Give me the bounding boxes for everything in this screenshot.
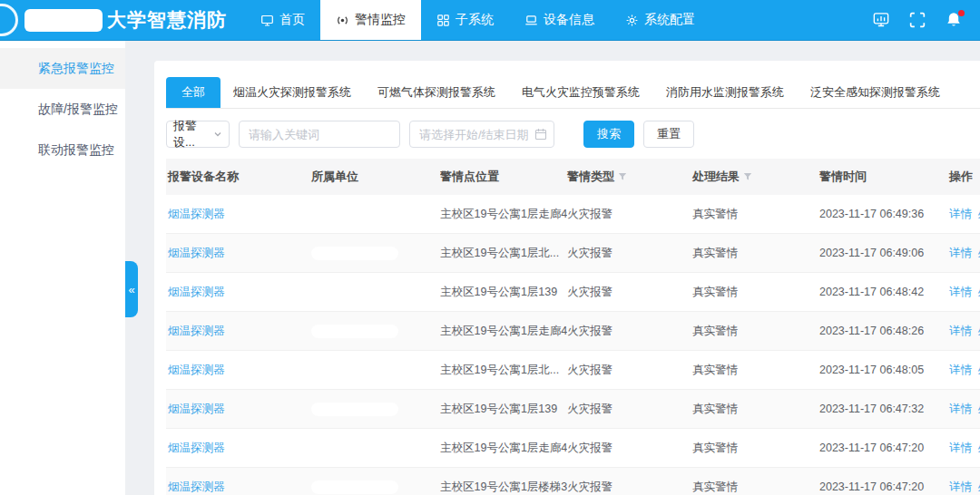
cell-unit [311, 286, 440, 299]
cell-unit [311, 403, 440, 416]
tab-combustible-gas-detection[interactable]: 可燃气体探测报警系统 [377, 77, 495, 108]
cell-location: 主校区19号公寓1层139 [440, 402, 567, 417]
col-unit: 所属单位 [311, 169, 440, 185]
nav-item-label: 警情监控 [355, 12, 406, 28]
detail-link[interactable]: 详情 [949, 363, 972, 378]
cell-actions: 详情处理 [949, 441, 980, 456]
funnel-icon[interactable] [618, 170, 627, 184]
cell-alarm-time: 2023-11-17 06:49:06 [819, 247, 949, 259]
col-actions: 操作 [949, 169, 980, 185]
cell-device-name: 烟温探测器 [166, 324, 311, 339]
cell-alarm-type: 火灾报警 [567, 285, 692, 300]
cell-device-name: 烟温探测器 [166, 363, 311, 378]
cell-location: 主校区19号公寓1层139 [440, 285, 567, 300]
sidebar-item-fault-alarm-monitoring[interactable]: 故障/报警监控 [0, 89, 125, 130]
tab-all[interactable]: 全部 [166, 77, 220, 108]
cell-handle-result: 真实警情 [692, 324, 819, 339]
nav-item-label: 子系统 [456, 12, 494, 28]
app-window: 大学智慧消防 首页警情监控子系统设备信息系统配置 紧急报警监控故障/报警监控联动… [0, 0, 980, 495]
tab-smoke-temp-fire-detection[interactable]: 烟温火灾探测报警系统 [233, 77, 351, 108]
column-label: 操作 [949, 169, 973, 185]
cell-alarm-time: 2023-11-17 06:47:20 [819, 480, 949, 493]
table-row: 烟温探测器主校区19号公寓1层走廊4火灾报警真实警情2023-11-17 06:… [166, 429, 980, 468]
reset-button[interactable]: 重置 [643, 121, 694, 148]
nav-item-alarm-monitoring[interactable]: 警情监控 [320, 0, 421, 40]
alarm-monitor-panel: 全部烟温火灾探测报警系统可燃气体探测报警系统电气火灾监控预警系统消防用水监测报警… [154, 61, 980, 495]
device-name-link[interactable]: 烟温探测器 [168, 403, 225, 415]
calendar-icon [534, 128, 547, 141]
column-label: 所属单位 [311, 169, 358, 185]
detail-link[interactable]: 详情 [949, 285, 972, 300]
nav-item-home[interactable]: 首页 [245, 0, 320, 40]
sidebar-item-linkage-alarm-monitoring[interactable]: 联动报警监控 [0, 130, 125, 170]
main-nav: 首页警情监控子系统设备信息系统配置 [245, 0, 710, 40]
col-handle-result[interactable]: 处理结果 [692, 169, 819, 185]
cell-alarm-time: 2023-11-17 06:48:05 [819, 364, 949, 376]
laptop-icon [524, 14, 538, 27]
tab-pan-safety-perception[interactable]: 泛安全感知探测报警系统 [810, 77, 940, 108]
cell-unit [311, 325, 440, 338]
tab-fire-water-monitoring[interactable]: 消防用水监测报警系统 [666, 77, 784, 108]
university-emblem-icon [0, 4, 18, 36]
cell-location: 主校区19号公寓1层楼梯3 [440, 480, 567, 495]
detail-link[interactable]: 详情 [949, 324, 972, 339]
device-name-link[interactable]: 烟温探测器 [168, 364, 225, 376]
monitor-icon [260, 14, 274, 27]
cell-actions: 详情处理 [949, 324, 980, 339]
cell-unit [311, 208, 440, 221]
cell-handle-result: 真实警情 [692, 285, 819, 300]
keyword-input[interactable] [239, 121, 400, 148]
search-button[interactable]: 搜索 [583, 121, 634, 148]
device-name-link[interactable]: 烟温探测器 [168, 325, 225, 337]
device-name-link[interactable]: 烟温探测器 [168, 442, 225, 454]
col-device-name: 报警设备名称 [166, 169, 311, 185]
device-name-link[interactable]: 烟温探测器 [168, 247, 225, 259]
column-label: 警情时间 [819, 169, 867, 185]
notification-badge [958, 10, 965, 16]
table-row: 烟温探测器主校区19号公寓1层走廊4火灾报警真实警情2023-11-17 06:… [166, 195, 980, 234]
fullscreen-icon[interactable] [909, 12, 926, 28]
table-row: 烟温探测器主校区19号公寓1层楼梯3火灾报警真实警情2023-11-17 06:… [166, 468, 980, 495]
date-range-picker[interactable] [409, 121, 554, 148]
page-body: 紧急报警监控故障/报警监控联动报警监控 « 全部烟温火灾探测报警系统可燃气体探测… [0, 41, 980, 495]
device-name-link[interactable]: 烟温探测器 [168, 208, 225, 220]
gear-icon [625, 14, 639, 27]
sidebar-item-emergency-alarm-monitoring[interactable]: 紧急报警监控 [0, 48, 125, 89]
date-range-input[interactable] [409, 121, 554, 148]
alarm-device-select[interactable]: 报警设... [166, 121, 230, 148]
redaction-blob [311, 442, 398, 455]
funnel-icon[interactable] [743, 170, 752, 184]
detail-link[interactable]: 详情 [949, 480, 972, 495]
select-value: 报警设... [173, 118, 213, 150]
redaction-blob [311, 325, 398, 338]
device-name-link[interactable]: 烟温探测器 [168, 480, 225, 493]
cell-handle-result: 真实警情 [692, 363, 819, 378]
nav-item-system-config[interactable]: 系统配置 [610, 0, 710, 40]
detail-link[interactable]: 详情 [949, 441, 972, 456]
tab-electrical-fire-monitoring[interactable]: 电气火灾监控预警系统 [522, 77, 640, 108]
bell-icon[interactable] [946, 12, 962, 28]
nav-item-device-info[interactable]: 设备信息 [509, 0, 610, 40]
redaction-blob [311, 480, 398, 494]
cell-actions: 详情处理 [949, 402, 980, 417]
cell-alarm-time: 2023-11-17 06:47:32 [819, 403, 949, 415]
detail-link[interactable]: 详情 [949, 207, 972, 222]
cell-device-name: 烟温探测器 [166, 441, 311, 456]
grid-icon [436, 14, 450, 27]
sidebar-collapse-button[interactable]: « [125, 261, 138, 317]
detail-link[interactable]: 详情 [949, 246, 972, 261]
col-alarm-time: 警情时间 [819, 169, 949, 185]
cell-actions: 详情处理 [949, 480, 980, 495]
cell-actions: 详情处理 [949, 363, 980, 378]
cell-location: 主校区19号公寓1层走廊4 [440, 207, 567, 222]
col-alarm-type[interactable]: 警情类型 [567, 169, 692, 185]
chart-icon[interactable] [873, 12, 889, 28]
navbar-toolbar [873, 0, 980, 40]
device-name-link[interactable]: 烟温探测器 [168, 286, 225, 298]
table-row: 烟温探测器主校区19号公寓1层北...火灾报警真实警情2023-11-17 06… [166, 234, 980, 273]
nav-item-subsystem[interactable]: 子系统 [421, 0, 509, 40]
cell-location: 主校区19号公寓1层北... [440, 363, 567, 378]
detail-link[interactable]: 详情 [949, 402, 972, 417]
nav-item-label: 系统配置 [644, 12, 695, 28]
cell-actions: 详情处理 [949, 285, 980, 300]
